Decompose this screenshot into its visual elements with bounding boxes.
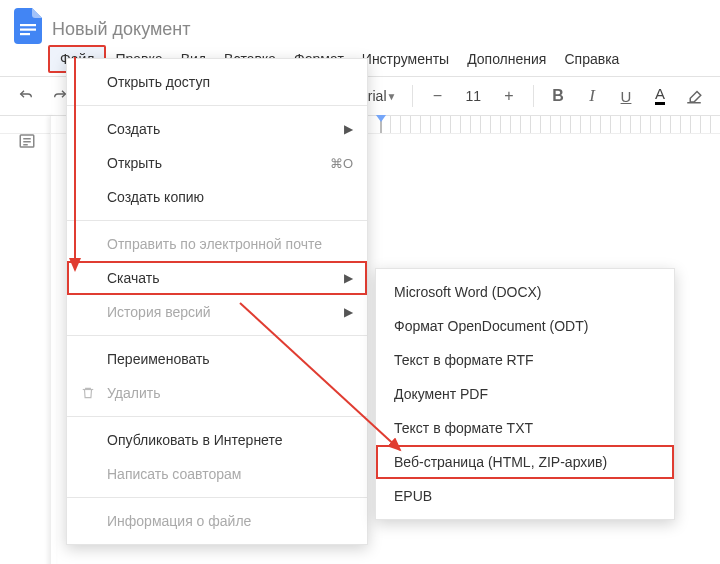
menu-item-file-info: Информация о файле	[67, 504, 367, 538]
menu-item-email: Отправить по электронной почте	[67, 227, 367, 261]
undo-button[interactable]	[12, 82, 40, 110]
svg-rect-0	[20, 24, 36, 26]
font-size-value[interactable]: 11	[457, 88, 489, 104]
submenu-item-epub[interactable]: EPUB	[376, 479, 674, 513]
page-edge	[50, 116, 56, 564]
submenu-item-odt[interactable]: Формат OpenDocument (ODT)	[376, 309, 674, 343]
document-outline-button[interactable]	[14, 128, 40, 154]
italic-button[interactable]: I	[578, 82, 606, 110]
menu-item-version-history: История версий ▶	[67, 295, 367, 329]
svg-rect-1	[20, 29, 36, 31]
divider	[67, 497, 367, 498]
menu-item-rename[interactable]: Переименовать	[67, 342, 367, 376]
caret-down-icon: ▼	[387, 91, 397, 102]
menu-item-share[interactable]: Открыть доступ	[67, 65, 367, 99]
submenu-item-txt[interactable]: Текст в формате TXT	[376, 411, 674, 445]
menu-item-open[interactable]: Открыть ⌘O	[67, 146, 367, 180]
menu-item-write-coauthors: Написать соавторам	[67, 457, 367, 491]
separator	[412, 85, 413, 107]
divider	[67, 416, 367, 417]
document-title[interactable]: Новый документ	[48, 11, 195, 42]
submenu-item-docx[interactable]: Microsoft Word (DOCX)	[376, 275, 674, 309]
font-size-increase[interactable]: +	[495, 82, 523, 110]
highlight-color-button[interactable]	[680, 82, 708, 110]
menu-addons[interactable]: Дополнения	[458, 46, 555, 72]
separator	[533, 85, 534, 107]
menu-item-download[interactable]: Скачать ▶	[67, 261, 367, 295]
bold-button[interactable]: B	[544, 82, 572, 110]
menu-item-publish[interactable]: Опубликовать в Интернете	[67, 423, 367, 457]
submenu-arrow-icon: ▶	[334, 305, 353, 319]
underline-button[interactable]: U	[612, 82, 640, 110]
menu-item-new[interactable]: Создать ▶	[67, 112, 367, 146]
shortcut-label: ⌘O	[320, 156, 353, 171]
trash-icon	[79, 386, 97, 400]
menu-item-delete: Удалить	[67, 376, 367, 410]
menu-tools[interactable]: Инструменты	[353, 46, 458, 72]
svg-rect-2	[20, 33, 30, 35]
submenu-item-html-zip[interactable]: Веб-страница (HTML, ZIP-архив)	[376, 445, 674, 479]
indent-marker-icon[interactable]	[380, 116, 382, 133]
submenu-item-rtf[interactable]: Текст в формате RTF	[376, 343, 674, 377]
submenu-item-pdf[interactable]: Документ PDF	[376, 377, 674, 411]
menu-item-make-copy[interactable]: Создать копию	[67, 180, 367, 214]
submenu-arrow-icon: ▶	[334, 271, 353, 285]
font-size-decrease[interactable]: −	[423, 82, 451, 110]
menu-help[interactable]: Справка	[555, 46, 628, 72]
download-submenu: Microsoft Word (DOCX) Формат OpenDocumen…	[375, 268, 675, 520]
divider	[67, 335, 367, 336]
file-menu-dropdown: Открыть доступ Создать ▶ Открыть ⌘O Созд…	[66, 58, 368, 545]
submenu-arrow-icon: ▶	[334, 122, 353, 136]
text-color-button[interactable]: A	[646, 82, 674, 110]
divider	[67, 220, 367, 221]
docs-logo-icon[interactable]	[8, 6, 48, 46]
divider	[67, 105, 367, 106]
